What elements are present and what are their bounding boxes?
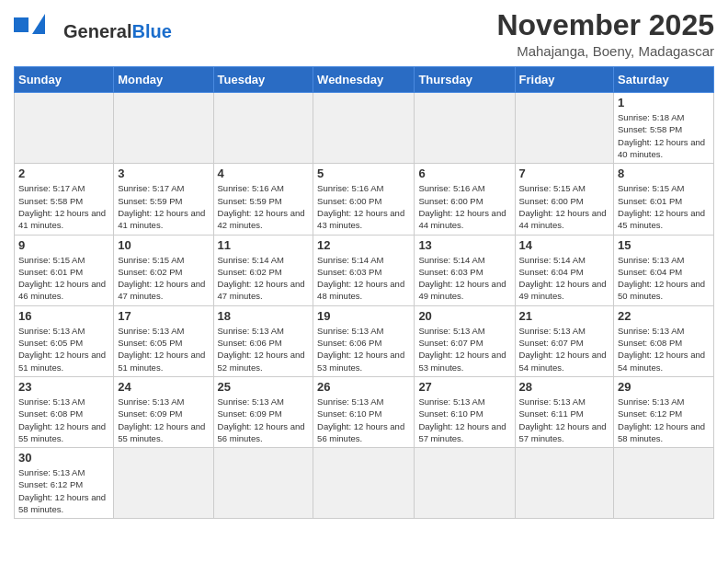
day-number: 7 [519,167,610,180]
day-number: 17 [118,309,209,323]
day-number: 19 [317,309,410,323]
day-number: 3 [118,167,209,180]
weekday-header-sunday: Sunday [15,67,114,93]
weekday-header-monday: Monday [114,67,213,93]
calendar-cell: 30Sunrise: 5:13 AM Sunset: 6:12 PM Dayli… [15,448,114,519]
day-info: Sunrise: 5:13 AM Sunset: 6:12 PM Dayligh… [18,466,109,515]
day-number: 16 [18,309,109,323]
calendar-cell [213,93,313,164]
day-info: Sunrise: 5:17 AM Sunset: 5:59 PM Dayligh… [118,182,209,231]
day-number: 8 [618,167,710,180]
calendar-cell: 27Sunrise: 5:13 AM Sunset: 6:10 PM Dayli… [415,376,515,447]
day-info: Sunrise: 5:13 AM Sunset: 6:12 PM Dayligh… [618,396,710,444]
day-number: 28 [519,380,610,394]
calendar-cell [515,448,614,519]
calendar-cell [515,93,614,164]
calendar-cell: 16Sunrise: 5:13 AM Sunset: 6:05 PM Dayli… [15,305,114,376]
day-number: 18 [218,309,310,323]
day-info: Sunrise: 5:13 AM Sunset: 6:05 PM Dayligh… [18,325,109,373]
day-number: 22 [618,309,710,323]
calendar-cell: 15Sunrise: 5:13 AM Sunset: 6:04 PM Dayli… [614,235,714,305]
day-number: 26 [317,380,410,394]
location-subtitle: Mahajanga, Boeny, Madagascar [496,43,714,59]
day-number: 29 [618,380,710,394]
calendar-cell: 8Sunrise: 5:15 AM Sunset: 6:01 PM Daylig… [614,164,714,235]
day-number: 14 [519,238,610,252]
day-info: Sunrise: 5:13 AM Sunset: 6:04 PM Dayligh… [618,254,710,303]
calendar-cell: 22Sunrise: 5:13 AM Sunset: 6:08 PM Dayli… [614,305,714,376]
calendar-cell [114,93,213,164]
day-number: 12 [317,238,410,252]
day-info: Sunrise: 5:15 AM Sunset: 6:00 PM Dayligh… [519,182,610,231]
calendar-cell: 13Sunrise: 5:14 AM Sunset: 6:03 PM Dayli… [415,235,515,305]
day-info: Sunrise: 5:13 AM Sunset: 6:07 PM Dayligh… [418,325,510,373]
day-info: Sunrise: 5:13 AM Sunset: 6:09 PM Dayligh… [118,396,209,444]
calendar-cell: 29Sunrise: 5:13 AM Sunset: 6:12 PM Dayli… [614,376,714,447]
calendar-cell: 2Sunrise: 5:17 AM Sunset: 5:58 PM Daylig… [15,164,114,235]
calendar-cell [114,448,213,519]
day-number: 30 [18,451,109,465]
day-info: Sunrise: 5:13 AM Sunset: 6:06 PM Dayligh… [317,325,410,373]
day-info: Sunrise: 5:13 AM Sunset: 6:07 PM Dayligh… [519,325,610,373]
day-number: 13 [418,238,510,252]
day-info: Sunrise: 5:13 AM Sunset: 6:11 PM Dayligh… [519,396,610,444]
week-row-1: 2Sunrise: 5:17 AM Sunset: 5:58 PM Daylig… [15,164,714,235]
weekday-header-friday: Friday [515,67,614,93]
day-info: Sunrise: 5:13 AM Sunset: 6:08 PM Dayligh… [18,396,109,444]
day-info: Sunrise: 5:17 AM Sunset: 5:58 PM Dayligh… [18,182,109,231]
calendar-cell: 24Sunrise: 5:13 AM Sunset: 6:09 PM Dayli… [114,376,213,447]
calendar-cell: 14Sunrise: 5:14 AM Sunset: 6:04 PM Dayli… [515,235,614,305]
week-row-5: 30Sunrise: 5:13 AM Sunset: 6:12 PM Dayli… [15,448,714,519]
calendar-cell: 18Sunrise: 5:13 AM Sunset: 6:06 PM Dayli… [213,305,313,376]
day-info: Sunrise: 5:13 AM Sunset: 6:06 PM Dayligh… [218,325,310,373]
day-info: Sunrise: 5:13 AM Sunset: 6:10 PM Dayligh… [317,396,410,444]
calendar-cell: 11Sunrise: 5:14 AM Sunset: 6:02 PM Dayli… [213,235,313,305]
calendar-cell: 20Sunrise: 5:13 AM Sunset: 6:07 PM Dayli… [415,305,515,376]
calendar-cell: 17Sunrise: 5:13 AM Sunset: 6:05 PM Dayli… [114,305,213,376]
header: GeneralBlue November 2025 Mahajanga, Boe… [14,9,714,59]
day-info: Sunrise: 5:14 AM Sunset: 6:03 PM Dayligh… [317,254,410,303]
day-info: Sunrise: 5:16 AM Sunset: 6:00 PM Dayligh… [418,182,510,231]
day-info: Sunrise: 5:13 AM Sunset: 6:05 PM Dayligh… [118,325,209,373]
day-info: Sunrise: 5:13 AM Sunset: 6:09 PM Dayligh… [218,396,310,444]
day-number: 21 [519,309,610,323]
weekday-header-saturday: Saturday [614,67,714,93]
day-info: Sunrise: 5:14 AM Sunset: 6:02 PM Dayligh… [218,254,310,303]
calendar-cell: 6Sunrise: 5:16 AM Sunset: 6:00 PM Daylig… [415,164,515,235]
day-number: 10 [118,238,209,252]
calendar-cell [614,448,714,519]
calendar-cell [15,93,114,164]
day-number: 2 [18,167,109,180]
day-info: Sunrise: 5:16 AM Sunset: 5:59 PM Dayligh… [218,182,310,231]
week-row-2: 9Sunrise: 5:15 AM Sunset: 6:01 PM Daylig… [15,235,714,305]
weekday-header-thursday: Thursday [415,67,515,93]
day-number: 6 [418,167,510,180]
day-info: Sunrise: 5:18 AM Sunset: 5:58 PM Dayligh… [618,111,710,160]
weekday-header-row: SundayMondayTuesdayWednesdayThursdayFrid… [15,67,714,93]
week-row-4: 23Sunrise: 5:13 AM Sunset: 6:08 PM Dayli… [15,376,714,447]
calendar-cell: 3Sunrise: 5:17 AM Sunset: 5:59 PM Daylig… [114,164,213,235]
day-info: Sunrise: 5:16 AM Sunset: 6:00 PM Dayligh… [317,182,410,231]
day-info: Sunrise: 5:13 AM Sunset: 6:10 PM Dayligh… [418,396,510,444]
calendar-cell: 12Sunrise: 5:14 AM Sunset: 6:03 PM Dayli… [313,235,415,305]
calendar-cell: 28Sunrise: 5:13 AM Sunset: 6:11 PM Dayli… [515,376,614,447]
calendar-cell [313,93,415,164]
logo-blue: Blue [131,21,171,41]
calendar-cell: 26Sunrise: 5:13 AM Sunset: 6:10 PM Dayli… [313,376,415,447]
calendar-table: SundayMondayTuesdayWednesdayThursdayFrid… [14,66,714,519]
calendar-cell: 5Sunrise: 5:16 AM Sunset: 6:00 PM Daylig… [313,164,415,235]
day-number: 5 [317,167,410,180]
day-info: Sunrise: 5:13 AM Sunset: 6:08 PM Dayligh… [618,325,710,373]
day-info: Sunrise: 5:15 AM Sunset: 6:01 PM Dayligh… [18,254,109,303]
day-number: 4 [218,167,310,180]
day-number: 25 [218,380,310,394]
day-info: Sunrise: 5:15 AM Sunset: 6:01 PM Dayligh… [618,182,710,231]
calendar-cell [213,448,313,519]
day-number: 9 [18,238,109,252]
calendar-cell: 4Sunrise: 5:16 AM Sunset: 5:59 PM Daylig… [213,164,313,235]
day-info: Sunrise: 5:14 AM Sunset: 6:03 PM Dayligh… [418,254,510,303]
calendar-cell: 7Sunrise: 5:15 AM Sunset: 6:00 PM Daylig… [515,164,614,235]
month-year-title: November 2025 [496,9,714,41]
day-info: Sunrise: 5:15 AM Sunset: 6:02 PM Dayligh… [118,254,209,303]
week-row-0: 1Sunrise: 5:18 AM Sunset: 5:58 PM Daylig… [15,93,714,164]
